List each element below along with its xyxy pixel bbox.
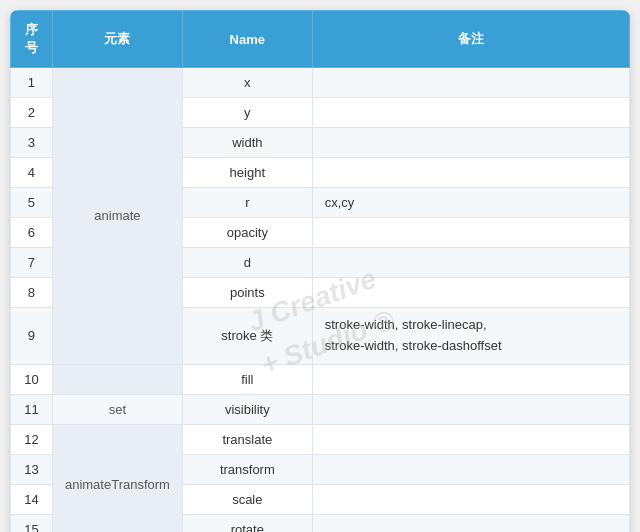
- cell-seq: 6: [11, 218, 53, 248]
- cell-name: x: [182, 68, 312, 98]
- cell-name: transform: [182, 454, 312, 484]
- cell-seq: 13: [11, 454, 53, 484]
- cell-seq: 15: [11, 514, 53, 532]
- cell-elem: [52, 364, 182, 394]
- cell-seq: 1: [11, 68, 53, 98]
- cell-name: stroke 类: [182, 308, 312, 365]
- cell-note: [312, 454, 629, 484]
- cell-seq: 3: [11, 128, 53, 158]
- table-container: J Creative+ Studio ® 序号 元素 Name 备注 1 ani…: [10, 10, 630, 532]
- cell-note: [312, 218, 629, 248]
- cell-name: opacity: [182, 218, 312, 248]
- cell-name: height: [182, 158, 312, 188]
- cell-name: fill: [182, 364, 312, 394]
- cell-elem: animateTransform: [52, 424, 182, 532]
- cell-note: cx,cy: [312, 188, 629, 218]
- cell-name: visibility: [182, 394, 312, 424]
- cell-name: rotate: [182, 514, 312, 532]
- table-row: 12 animateTransform translate: [11, 424, 630, 454]
- header-elem: 元素: [52, 11, 182, 68]
- cell-seq: 8: [11, 278, 53, 308]
- cell-name: width: [182, 128, 312, 158]
- header-row: 序号 元素 Name 备注: [11, 11, 630, 68]
- header-name: Name: [182, 11, 312, 68]
- cell-note: [312, 364, 629, 394]
- cell-seq: 9: [11, 308, 53, 365]
- cell-seq: 2: [11, 98, 53, 128]
- cell-seq: 14: [11, 484, 53, 514]
- header-note: 备注: [312, 11, 629, 68]
- cell-note: [312, 98, 629, 128]
- cell-note: [312, 394, 629, 424]
- cell-name: scale: [182, 484, 312, 514]
- cell-seq: 12: [11, 424, 53, 454]
- cell-seq: 11: [11, 394, 53, 424]
- cell-note: stroke-width, stroke-linecap,stroke-widt…: [312, 308, 629, 365]
- cell-name: translate: [182, 424, 312, 454]
- cell-note: [312, 158, 629, 188]
- cell-note: [312, 484, 629, 514]
- cell-name: y: [182, 98, 312, 128]
- cell-note: [312, 248, 629, 278]
- cell-elem: set: [52, 394, 182, 424]
- data-table: 序号 元素 Name 备注 1 animate x 2 y 3 width: [10, 10, 630, 532]
- cell-seq: 10: [11, 364, 53, 394]
- table-row: 1 animate x: [11, 68, 630, 98]
- cell-seq: 5: [11, 188, 53, 218]
- cell-name: points: [182, 278, 312, 308]
- table-row: 10 fill: [11, 364, 630, 394]
- cell-note: [312, 424, 629, 454]
- cell-note: [312, 514, 629, 532]
- cell-name: d: [182, 248, 312, 278]
- header-seq: 序号: [11, 11, 53, 68]
- cell-note: [312, 128, 629, 158]
- cell-seq: 4: [11, 158, 53, 188]
- cell-name: r: [182, 188, 312, 218]
- cell-seq: 7: [11, 248, 53, 278]
- table-row: 11 set visibility: [11, 394, 630, 424]
- cell-note: [312, 68, 629, 98]
- cell-elem: animate: [52, 68, 182, 365]
- cell-note: [312, 278, 629, 308]
